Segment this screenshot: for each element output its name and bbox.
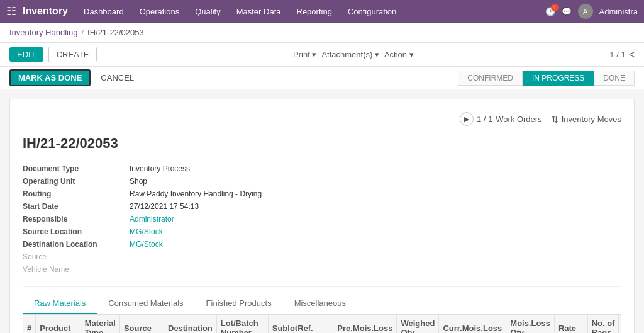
raw-materials-table: # Product MaterialType Source Destinatio… [23,315,621,333]
notification-icon-wrapper[interactable]: 🕐 1 [545,7,555,16]
chat-icon[interactable]: 💬 [562,7,572,16]
toolbar-primary: EDIT CREATE Print ▾ Attachment(s) ▾ Acti… [0,43,644,67]
pagination-count: 1 / 1 [609,50,625,59]
table-header: # Product MaterialType Source Destinatio… [23,315,622,334]
col-material-type[interactable]: MaterialType [80,315,119,334]
work-orders-label: Work Orders [496,115,541,124]
nav-right: 🕐 1 💬 A Administra [545,4,638,19]
start-date-label: Start Date [23,202,123,211]
start-date-value: 27/12/2021 17:54:13 [130,202,621,211]
avatar[interactable]: A [578,4,593,19]
user-name: Administra [599,7,638,16]
action-button[interactable]: Action ▾ [384,50,414,59]
routing-value: Raw Paddy Inventory Handling - Drying [130,189,621,198]
col-curr-mois[interactable]: Curr.Mois.Loss [439,315,506,334]
inventory-moves-label: Inventory Moves [562,115,621,124]
record-card: ▶ 1 / 1 Work Orders ⇅ Inventory Moves IH… [9,99,635,333]
app-name: Inventory [23,6,68,17]
col-sublot[interactable]: SubIotRef. [268,315,333,334]
breadcrumb-parent[interactable]: Inventory Handling [9,28,77,37]
nav-reporting[interactable]: Reporting [294,7,335,16]
create-button[interactable]: CREATE [48,47,97,62]
divider [23,286,621,287]
operating-unit-label: Operating Unit [23,177,123,186]
vehicle-name-label: Vehicle Name [23,265,123,274]
col-pre-mois[interactable]: Pre.Mois.Loss [333,315,397,334]
cancel-button[interactable]: CANCEL [96,71,139,85]
destination-location-value[interactable]: MG/Stock [130,240,621,249]
col-product[interactable]: Product [36,315,81,334]
main-content: ▶ 1 / 1 Work Orders ⇅ Inventory Moves IH… [0,89,644,333]
document-type-value: Inventory Process [130,164,621,173]
col-mois-loss[interactable]: Mois.LossQty [506,315,555,334]
prev-record-button[interactable]: < [629,49,635,60]
status-done: DONE [594,71,635,86]
record-title: IH/21-22/02053 [23,135,621,152]
breadcrumb: Inventory Handling / IH/21-22/02053 [0,23,644,43]
inventory-moves-button[interactable]: ⇅ Inventory Moves [552,112,621,126]
col-source[interactable]: Source [119,315,164,334]
nav-master-data[interactable]: Master Data [233,7,284,16]
source-label: Source [23,252,123,261]
attachments-button[interactable]: Attachment(s) ▾ [321,50,379,59]
breadcrumb-current: IH/21-22/02053 [87,28,144,37]
edit-button[interactable]: EDIT [9,47,43,62]
work-orders-button[interactable]: ▶ 1 / 1 Work Orders [460,112,542,126]
col-lot-batch[interactable]: Lot/BatchNumber [216,315,268,334]
mark-as-done-button[interactable]: MARK AS DONE [9,69,91,86]
notification-badge: 1 [551,4,559,11]
tab-consumed-materials[interactable]: Consumed Materials [97,293,194,314]
play-icon: ▶ [460,112,474,126]
routing-label: Routing [23,189,123,198]
status-in-progress: IN PROGRESS [523,71,594,86]
nav-configuration[interactable]: Configuration [345,7,399,16]
source-location-label: Source Location [23,227,123,236]
arrows-icon: ⇅ [552,115,558,124]
top-navigation: ☷ Inventory Dashboard Operations Quality… [0,0,644,23]
table-container: # Product MaterialType Source Destinatio… [23,315,621,333]
operating-unit-value: Shop [130,177,621,186]
document-type-label: Document Type [23,164,123,173]
col-num: # [23,315,36,334]
tab-finished-products[interactable]: Finished Products [195,293,283,314]
col-weighed-qty[interactable]: WeighedQty [397,315,439,334]
responsible-value[interactable]: Administrator [130,215,621,223]
toolbar-secondary: MARK AS DONE CANCEL CONFIRMED IN PROGRES… [0,67,644,89]
breadcrumb-separator: / [81,28,84,37]
card-top-actions: ▶ 1 / 1 Work Orders ⇅ Inventory Moves [23,112,621,126]
status-confirmed: CONFIRMED [458,71,523,86]
nav-operations[interactable]: Operations [136,7,183,16]
record-fields: Document Type Inventory Process Operatin… [23,164,621,274]
nav-menu: Dashboard Operations Quality Master Data… [80,7,545,16]
nav-quality[interactable]: Quality [192,7,223,16]
print-button[interactable]: Print ▾ [293,50,316,59]
work-orders-count: 1 / 1 [477,115,492,124]
col-no-bags[interactable]: No. ofBags [587,315,619,334]
status-bar: CONFIRMED IN PROGRESS DONE [458,71,635,86]
col-nos[interactable]: Nos [619,315,621,334]
nav-dashboard[interactable]: Dashboard [80,7,127,16]
pagination: 1 / 1 < [609,49,635,60]
app-grid-icon[interactable]: ☷ [6,4,16,18]
vehicle-name-value [130,265,621,274]
tabs: Raw Materials Consumed Materials Finishe… [23,293,621,315]
tab-raw-materials[interactable]: Raw Materials [23,293,97,314]
col-destination[interactable]: Destination [164,315,217,334]
destination-location-label: Destination Location [23,240,123,249]
source-location-value[interactable]: MG/Stock [130,227,621,236]
source-value [130,252,621,261]
tab-miscellaneous[interactable]: Miscellaneous [283,293,357,314]
toolbar-center-actions: Print ▾ Attachment(s) ▾ Action ▾ [102,50,604,59]
col-rate[interactable]: Rate [554,315,587,334]
responsible-label: Responsible [23,215,123,223]
